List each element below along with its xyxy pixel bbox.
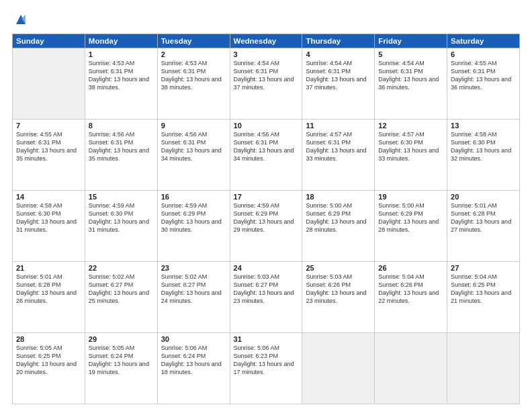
day-info: Sunrise: 5:03 AM Sunset: 6:27 PM Dayligh…: [234, 273, 299, 306]
calendar-cell: 20Sunrise: 5:01 AM Sunset: 6:28 PM Dayli…: [447, 191, 520, 262]
day-info: Sunrise: 4:56 AM Sunset: 6:31 PM Dayligh…: [234, 130, 299, 163]
calendar-header-wednesday: Wednesday: [230, 34, 302, 48]
day-number: 25: [306, 264, 371, 272]
day-info: Sunrise: 4:53 AM Sunset: 6:31 PM Dayligh…: [89, 59, 154, 92]
calendar-cell: 19Sunrise: 5:00 AM Sunset: 6:29 PM Dayli…: [375, 191, 447, 262]
calendar-cell: 18Sunrise: 5:00 AM Sunset: 6:29 PM Dayli…: [302, 191, 375, 262]
day-number: 28: [16, 335, 81, 343]
day-info: Sunrise: 5:01 AM Sunset: 6:28 PM Dayligh…: [451, 201, 516, 234]
day-number: 29: [89, 335, 154, 343]
calendar-week-2: 7Sunrise: 4:55 AM Sunset: 6:31 PM Daylig…: [13, 120, 520, 191]
calendar-cell: 29Sunrise: 5:05 AM Sunset: 6:24 PM Dayli…: [85, 333, 157, 404]
day-info: Sunrise: 5:00 AM Sunset: 6:29 PM Dayligh…: [306, 201, 371, 234]
calendar-cell: [13, 48, 85, 120]
calendar-cell: 2Sunrise: 4:53 AM Sunset: 6:31 PM Daylig…: [157, 48, 230, 120]
calendar-header-saturday: Saturday: [447, 34, 520, 48]
day-info: Sunrise: 5:01 AM Sunset: 6:28 PM Dayligh…: [16, 273, 81, 306]
calendar-cell: 8Sunrise: 4:56 AM Sunset: 6:31 PM Daylig…: [85, 120, 157, 191]
day-info: Sunrise: 5:06 AM Sunset: 6:23 PM Dayligh…: [234, 344, 299, 377]
day-info: Sunrise: 4:59 AM Sunset: 6:30 PM Dayligh…: [89, 201, 154, 234]
calendar-header-row: SundayMondayTuesdayWednesdayThursdayFrid…: [13, 34, 520, 48]
day-info: Sunrise: 4:59 AM Sunset: 6:29 PM Dayligh…: [234, 201, 299, 234]
day-number: 12: [378, 122, 443, 130]
day-number: 19: [378, 193, 443, 201]
calendar-cell: 12Sunrise: 4:57 AM Sunset: 6:30 PM Dayli…: [375, 120, 447, 191]
calendar-week-5: 28Sunrise: 5:05 AM Sunset: 6:25 PM Dayli…: [13, 333, 520, 404]
calendar-cell: 15Sunrise: 4:59 AM Sunset: 6:30 PM Dayli…: [85, 191, 157, 262]
day-number: 30: [161, 335, 226, 343]
calendar-cell: 25Sunrise: 5:03 AM Sunset: 6:26 PM Dayli…: [302, 262, 375, 333]
calendar-cell: 1Sunrise: 4:53 AM Sunset: 6:31 PM Daylig…: [85, 48, 157, 120]
day-number: 16: [161, 193, 226, 201]
day-number: 17: [234, 193, 299, 201]
day-info: Sunrise: 4:55 AM Sunset: 6:31 PM Dayligh…: [451, 59, 516, 92]
calendar-header-thursday: Thursday: [302, 34, 375, 48]
day-info: Sunrise: 4:58 AM Sunset: 6:30 PM Dayligh…: [16, 201, 81, 234]
day-info: Sunrise: 4:57 AM Sunset: 6:31 PM Dayligh…: [306, 130, 371, 163]
page: SundayMondayTuesdayWednesdayThursdayFrid…: [0, 0, 532, 411]
day-info: Sunrise: 4:58 AM Sunset: 6:30 PM Dayligh…: [451, 130, 516, 163]
day-info: Sunrise: 5:05 AM Sunset: 6:25 PM Dayligh…: [16, 344, 81, 377]
calendar-header-monday: Monday: [85, 34, 157, 48]
day-info: Sunrise: 5:03 AM Sunset: 6:26 PM Dayligh…: [306, 273, 371, 306]
calendar-cell: [375, 333, 447, 404]
calendar-cell: 17Sunrise: 4:59 AM Sunset: 6:29 PM Dayli…: [230, 191, 302, 262]
calendar-cell: 10Sunrise: 4:56 AM Sunset: 6:31 PM Dayli…: [230, 120, 302, 191]
day-number: 14: [16, 193, 81, 201]
day-number: 5: [378, 50, 443, 58]
day-info: Sunrise: 4:55 AM Sunset: 6:31 PM Dayligh…: [16, 130, 81, 163]
day-number: 15: [89, 193, 154, 201]
calendar-cell: 23Sunrise: 5:02 AM Sunset: 6:27 PM Dayli…: [157, 262, 230, 333]
day-number: 9: [161, 122, 226, 130]
day-number: 21: [16, 264, 81, 272]
day-number: 23: [161, 264, 226, 272]
header: [12, 12, 520, 27]
logo-icon: [13, 12, 28, 27]
day-info: Sunrise: 5:06 AM Sunset: 6:24 PM Dayligh…: [161, 344, 226, 377]
day-info: Sunrise: 5:05 AM Sunset: 6:24 PM Dayligh…: [89, 344, 154, 377]
day-info: Sunrise: 4:56 AM Sunset: 6:31 PM Dayligh…: [161, 130, 226, 163]
day-number: 1: [89, 50, 154, 58]
calendar-cell: [447, 333, 520, 404]
calendar-cell: 27Sunrise: 5:04 AM Sunset: 6:25 PM Dayli…: [447, 262, 520, 333]
day-info: Sunrise: 5:04 AM Sunset: 6:26 PM Dayligh…: [378, 273, 443, 306]
day-info: Sunrise: 4:54 AM Sunset: 6:31 PM Dayligh…: [378, 59, 443, 92]
day-number: 7: [16, 122, 81, 130]
day-number: 31: [234, 335, 299, 343]
day-number: 11: [306, 122, 371, 130]
day-number: 2: [161, 50, 226, 58]
day-info: Sunrise: 4:54 AM Sunset: 6:31 PM Dayligh…: [234, 59, 299, 92]
calendar-cell: 7Sunrise: 4:55 AM Sunset: 6:31 PM Daylig…: [13, 120, 85, 191]
calendar-cell: 24Sunrise: 5:03 AM Sunset: 6:27 PM Dayli…: [230, 262, 302, 333]
calendar-cell: 28Sunrise: 5:05 AM Sunset: 6:25 PM Dayli…: [13, 333, 85, 404]
day-info: Sunrise: 4:54 AM Sunset: 6:31 PM Dayligh…: [306, 59, 371, 92]
calendar-cell: 30Sunrise: 5:06 AM Sunset: 6:24 PM Dayli…: [157, 333, 230, 404]
day-info: Sunrise: 4:59 AM Sunset: 6:29 PM Dayligh…: [161, 201, 226, 234]
day-number: 20: [451, 193, 516, 201]
calendar-cell: 26Sunrise: 5:04 AM Sunset: 6:26 PM Dayli…: [375, 262, 447, 333]
calendar-cell: [302, 333, 375, 404]
calendar-cell: 11Sunrise: 4:57 AM Sunset: 6:31 PM Dayli…: [302, 120, 375, 191]
day-number: 10: [234, 122, 299, 130]
day-number: 13: [451, 122, 516, 130]
day-info: Sunrise: 5:00 AM Sunset: 6:29 PM Dayligh…: [378, 201, 443, 234]
day-number: 24: [234, 264, 299, 272]
calendar-cell: 14Sunrise: 4:58 AM Sunset: 6:30 PM Dayli…: [13, 191, 85, 262]
day-number: 3: [234, 50, 299, 58]
calendar-header-tuesday: Tuesday: [157, 34, 230, 48]
calendar-cell: 4Sunrise: 4:54 AM Sunset: 6:31 PM Daylig…: [302, 48, 375, 120]
day-info: Sunrise: 5:02 AM Sunset: 6:27 PM Dayligh…: [161, 273, 226, 306]
day-number: 27: [451, 264, 516, 272]
logo: [12, 12, 28, 27]
calendar-cell: 21Sunrise: 5:01 AM Sunset: 6:28 PM Dayli…: [13, 262, 85, 333]
calendar-cell: 5Sunrise: 4:54 AM Sunset: 6:31 PM Daylig…: [375, 48, 447, 120]
calendar-cell: 31Sunrise: 5:06 AM Sunset: 6:23 PM Dayli…: [230, 333, 302, 404]
day-number: 8: [89, 122, 154, 130]
day-info: Sunrise: 5:02 AM Sunset: 6:27 PM Dayligh…: [89, 273, 154, 306]
calendar-cell: 22Sunrise: 5:02 AM Sunset: 6:27 PM Dayli…: [85, 262, 157, 333]
calendar-cell: 9Sunrise: 4:56 AM Sunset: 6:31 PM Daylig…: [157, 120, 230, 191]
calendar-cell: 6Sunrise: 4:55 AM Sunset: 6:31 PM Daylig…: [447, 48, 520, 120]
calendar-cell: 13Sunrise: 4:58 AM Sunset: 6:30 PM Dayli…: [447, 120, 520, 191]
day-info: Sunrise: 4:56 AM Sunset: 6:31 PM Dayligh…: [89, 130, 154, 163]
day-number: 22: [89, 264, 154, 272]
